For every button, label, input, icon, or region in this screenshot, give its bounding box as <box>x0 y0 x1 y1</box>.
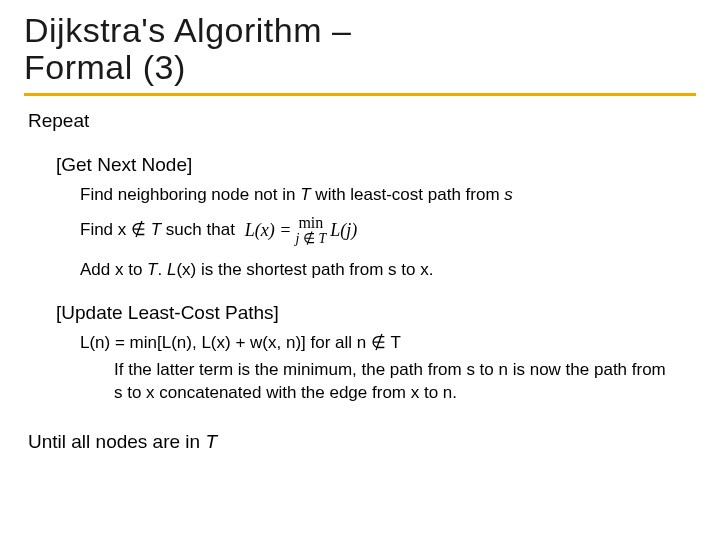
find-x-line: Find x ∉ T such that L(x) = min j ∉ T L(… <box>80 215 696 246</box>
until-a: Until all nodes are in <box>28 431 205 452</box>
t-var-2: T <box>146 220 161 239</box>
update-paths-header: [Update Least-Cost Paths] <box>56 302 696 324</box>
ln-equation: L(n) = min[L(n), L(x) + w(x, n)] for all… <box>80 332 696 355</box>
find-x-prefix: Find x ∉ T such that <box>80 219 235 242</box>
add-x-c: (x) is the shortest path from s to x. <box>176 260 433 279</box>
j-var: j <box>296 231 303 246</box>
find-x-text-b: such that <box>161 220 235 239</box>
find-neighbor-text-b: with least-cost path from <box>311 185 505 204</box>
t-var-6: T <box>205 431 217 452</box>
formula-lj: L(j) <box>330 218 357 242</box>
min-stack: min j ∉ T <box>296 215 327 246</box>
add-x-a: Add x to <box>80 260 147 279</box>
formula: L(x) = min j ∉ T L(j) <box>245 215 357 246</box>
find-neighbor-text-a: Find neighboring node not in <box>80 185 300 204</box>
formula-lx: L(x) = <box>245 218 292 242</box>
find-x-text-a: Find x <box>80 220 131 239</box>
until-line: Until all nodes are in T <box>28 431 696 453</box>
notin-symbol-3: ∉ <box>371 333 386 352</box>
min-top: min <box>298 215 323 231</box>
repeat-label: Repeat <box>28 110 696 132</box>
notin-symbol-2: ∉ <box>303 230 315 246</box>
add-x-line: Add x to T. L(x) is the shortest path fr… <box>80 260 696 280</box>
t-var: T <box>300 185 310 204</box>
slide-title-line2: Formal (3) <box>24 49 696 86</box>
notin-symbol: ∉ <box>131 220 146 239</box>
t-var-3: T <box>315 231 326 246</box>
min-cond: j ∉ T <box>296 231 327 246</box>
ln-eq-text: L(n) = min[L(n), L(x) + w(x, n)] for all… <box>80 333 371 352</box>
slide-title-line1: Dijkstra's Algorithm – <box>24 12 696 49</box>
t-var-4: T <box>147 260 157 279</box>
t-var-5: T <box>386 333 401 352</box>
slide: Dijkstra's Algorithm – Formal (3) Repeat… <box>0 0 720 540</box>
explain-text: If the latter term is the minimum, the p… <box>114 359 674 405</box>
l-var: L <box>167 260 176 279</box>
title-block: Dijkstra's Algorithm – Formal (3) <box>24 12 696 96</box>
add-x-b: . <box>158 260 167 279</box>
get-next-node-header: [Get Next Node] <box>56 154 696 176</box>
find-neighbor-line: Find neighboring node not in T with leas… <box>80 184 696 207</box>
s-var: s <box>504 185 513 204</box>
